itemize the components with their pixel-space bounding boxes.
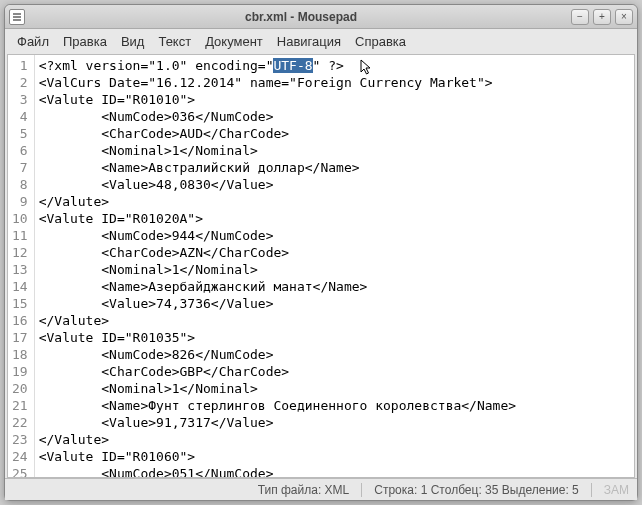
status-position: Строка: 1 Столбец: 35 Выделение: 5: [374, 483, 578, 497]
code-line[interactable]: <NumCode>826</NumCode>: [39, 346, 630, 363]
menu-file[interactable]: Файл: [11, 32, 55, 51]
code-line[interactable]: <Valute ID="R01060">: [39, 448, 630, 465]
code-line[interactable]: <CharCode>GBP</CharCode>: [39, 363, 630, 380]
code-line[interactable]: <Nominal>1</Nominal>: [39, 142, 630, 159]
window-title: cbr.xml - Mousepad: [31, 10, 571, 24]
code-line[interactable]: <CharCode>AZN</CharCode>: [39, 244, 630, 261]
code-line[interactable]: </Valute>: [39, 193, 630, 210]
code-line[interactable]: <Nominal>1</Nominal>: [39, 380, 630, 397]
code-line[interactable]: <ValCurs Date="16.12.2014" name="Foreign…: [39, 74, 630, 91]
menubar: Файл Правка Вид Текст Документ Навигация…: [5, 29, 637, 54]
text-selection[interactable]: UTF-8: [273, 58, 312, 73]
status-filetype: Тип файла: XML: [258, 483, 350, 497]
code-line[interactable]: <Value>48,0830</Value>: [39, 176, 630, 193]
code-area[interactable]: <?xml version="1.0" encoding="UTF-8" ?><…: [35, 55, 634, 477]
line-gutter: 1 2 3 4 5 6 7 8 9 10 11 12 13 14 15 16 1…: [8, 55, 35, 477]
code-line[interactable]: </Valute>: [39, 312, 630, 329]
code-line[interactable]: <Nominal>1</Nominal>: [39, 261, 630, 278]
close-button[interactable]: ×: [615, 9, 633, 25]
app-window: cbr.xml - Mousepad − + × Файл Правка Вид…: [4, 4, 638, 501]
app-icon: [9, 9, 25, 25]
code-line[interactable]: <NumCode>051</NumCode>: [39, 465, 630, 477]
code-line[interactable]: <Name>Азербайджанский манат</Name>: [39, 278, 630, 295]
code-line[interactable]: <?xml version="1.0" encoding="UTF-8" ?>: [39, 57, 630, 74]
menu-text[interactable]: Текст: [152, 32, 197, 51]
code-line[interactable]: <Name>Фунт стерлингов Соединенного корол…: [39, 397, 630, 414]
code-line[interactable]: <Value>91,7317</Value>: [39, 414, 630, 431]
maximize-button[interactable]: +: [593, 9, 611, 25]
code-line[interactable]: <Valute ID="R01035">: [39, 329, 630, 346]
code-line[interactable]: <NumCode>036</NumCode>: [39, 108, 630, 125]
status-overwrite-mode: ЗАМ: [604, 483, 629, 497]
code-line[interactable]: <NumCode>944</NumCode>: [39, 227, 630, 244]
statusbar: Тип файла: XML Строка: 1 Столбец: 35 Выд…: [5, 478, 637, 500]
titlebar[interactable]: cbr.xml - Mousepad − + ×: [5, 5, 637, 29]
menu-help[interactable]: Справка: [349, 32, 412, 51]
code-line[interactable]: <Name>Австралийский доллар</Name>: [39, 159, 630, 176]
window-controls: − + ×: [571, 9, 633, 25]
menu-edit[interactable]: Правка: [57, 32, 113, 51]
code-line[interactable]: <Valute ID="R01020A">: [39, 210, 630, 227]
code-line[interactable]: </Valute>: [39, 431, 630, 448]
code-line[interactable]: <Value>74,3736</Value>: [39, 295, 630, 312]
menu-document[interactable]: Документ: [199, 32, 269, 51]
code-line[interactable]: <Valute ID="R01010">: [39, 91, 630, 108]
editor[interactable]: 1 2 3 4 5 6 7 8 9 10 11 12 13 14 15 16 1…: [7, 54, 635, 478]
menu-navigation[interactable]: Навигация: [271, 32, 347, 51]
minimize-button[interactable]: −: [571, 9, 589, 25]
menu-view[interactable]: Вид: [115, 32, 151, 51]
code-line[interactable]: <CharCode>AUD</CharCode>: [39, 125, 630, 142]
